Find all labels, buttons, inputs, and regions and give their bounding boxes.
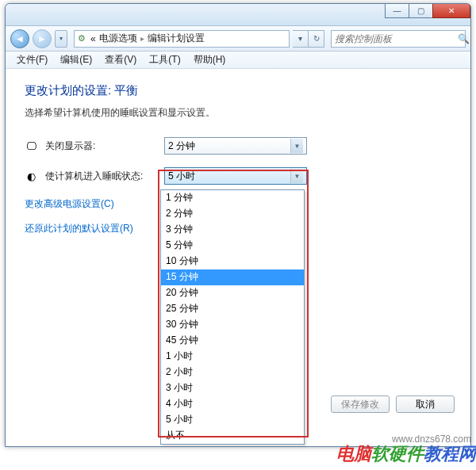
dropdown-option[interactable]: 25 分钟	[161, 301, 304, 317]
breadcrumb-sep-icon: ▸	[139, 34, 146, 43]
menu-file[interactable]: 文件(F)	[10, 52, 54, 68]
watermark-part1: 电脑	[336, 444, 371, 464]
sleep-label: 使计算机进入睡眠状态:	[45, 170, 156, 183]
page-title: 更改计划的设置: 平衡	[25, 83, 451, 98]
menu-tools[interactable]: 工具(T)	[143, 52, 186, 68]
dropdown-option[interactable]: 2 分钟	[161, 206, 304, 222]
cancel-button[interactable]: 取消	[396, 395, 455, 413]
titlebar: — ▢ ✕	[6, 4, 470, 26]
save-button[interactable]: 保存修改	[331, 395, 390, 413]
dropdown-option[interactable]: 20 分钟	[161, 285, 304, 301]
control-panel-icon: ⚙	[75, 33, 89, 44]
display-off-combo[interactable]: 2 分钟 ▼	[164, 137, 307, 155]
sleep-combo[interactable]: 5 小时 ▼	[164, 167, 307, 185]
search-icon[interactable]: 🔍	[458, 33, 470, 44]
page-subtext: 选择希望计算机使用的睡眠设置和显示设置。	[25, 106, 451, 120]
sleep-dropdown-list[interactable]: 1 分钟2 分钟3 分钟5 分钟10 分钟15 分钟20 分钟25 分钟30 分…	[160, 189, 305, 445]
minimize-button[interactable]: —	[385, 4, 409, 18]
chevron-down-icon: ▼	[290, 169, 303, 183]
sleep-value: 5 小时	[168, 170, 195, 183]
dropdown-option[interactable]: 4 小时	[161, 396, 304, 412]
dropdown-option[interactable]: 45 分钟	[161, 333, 304, 349]
moon-icon: ◐	[25, 170, 37, 182]
breadcrumb-prefix: «	[89, 33, 98, 44]
dropdown-option[interactable]: 15 分钟	[161, 269, 304, 285]
watermark-part2: 软硬件	[371, 444, 424, 464]
button-row: 保存修改 取消	[331, 395, 455, 413]
menu-edit[interactable]: 编辑(E)	[54, 52, 98, 68]
address-buttons: ▾ ↻	[293, 30, 324, 48]
dropdown-option[interactable]: 1 分钟	[161, 190, 304, 206]
display-off-value: 2 分钟	[168, 139, 195, 153]
search-input[interactable]	[332, 33, 458, 44]
watermark-part3: 教程网	[424, 444, 476, 464]
monitor-icon: 🖵	[25, 139, 37, 152]
navbar: ◄ ► ▾ ⚙ « 电源选项 ▸ 编辑计划设置 ▾ ↻ 🔍	[6, 26, 470, 52]
dropdown-option[interactable]: 30 分钟	[161, 317, 304, 333]
dropdown-option[interactable]: 5 分钟	[161, 238, 304, 254]
dropdown-option[interactable]: 从不	[161, 428, 304, 444]
row-display-off: 🖵 关闭显示器: 2 分钟 ▼	[25, 137, 451, 155]
address-bar[interactable]: ⚙ « 电源选项 ▸ 编辑计划设置	[74, 30, 290, 48]
address-dropdown-button[interactable]: ▾	[293, 30, 309, 48]
dropdown-option[interactable]: 5 小时	[161, 412, 304, 428]
back-button[interactable]: ◄	[10, 29, 29, 48]
menu-help[interactable]: 帮助(H)	[187, 52, 232, 68]
history-dropdown[interactable]: ▾	[55, 30, 67, 48]
control-panel-window: — ▢ ✕ ◄ ► ▾ ⚙ « 电源选项 ▸ 编辑计划设置 ▾ ↻ 🔍 文件(F…	[5, 3, 471, 447]
menu-view[interactable]: 查看(V)	[98, 52, 143, 68]
dropdown-option[interactable]: 2 小时	[161, 365, 304, 380]
display-off-label: 关闭显示器:	[45, 139, 156, 153]
close-button[interactable]: ✕	[432, 4, 470, 18]
breadcrumb-power[interactable]: 电源选项	[98, 32, 139, 45]
dropdown-option[interactable]: 1 小时	[161, 349, 304, 365]
dropdown-option[interactable]: 3 分钟	[161, 222, 304, 238]
menubar: 文件(F) 编辑(E) 查看(V) 工具(T) 帮助(H)	[6, 52, 470, 69]
watermark: 电脑软硬件教程网	[336, 442, 476, 466]
forward-button[interactable]: ►	[33, 29, 52, 48]
search-box[interactable]: 🔍	[331, 30, 466, 48]
dropdown-option[interactable]: 3 小时	[161, 380, 304, 396]
row-sleep: ◐ 使计算机进入睡眠状态: 5 小时 ▼	[25, 167, 451, 185]
refresh-button[interactable]: ↻	[309, 30, 324, 48]
dropdown-option[interactable]: 10 分钟	[161, 254, 304, 269]
maximize-button[interactable]: ▢	[409, 4, 432, 18]
breadcrumb-edit-plan[interactable]: 编辑计划设置	[146, 32, 206, 45]
chevron-down-icon: ▼	[290, 139, 303, 153]
